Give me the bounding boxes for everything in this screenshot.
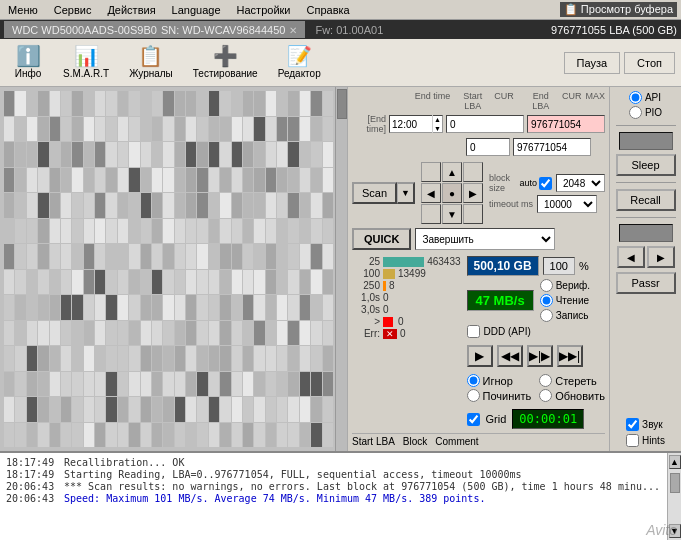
sound-checkbox-label[interactable]: Звук (626, 418, 665, 431)
arrow-left[interactable]: ◀ (421, 183, 441, 203)
end-lba-input-2[interactable] (513, 138, 591, 156)
scan-button[interactable]: Scan (352, 182, 397, 204)
pio-radio-label[interactable]: PIO (629, 106, 662, 119)
fast-fwd-button[interactable]: ▶▶| (557, 345, 583, 367)
back-button[interactable]: ◀◀ (497, 345, 523, 367)
block-cell (266, 423, 276, 448)
scan-dropdown-btn[interactable]: Scan ▼ (352, 182, 415, 204)
verif-radio-label[interactable]: Вериф. (540, 279, 590, 292)
time-spinner[interactable]: ▲ ▼ (432, 115, 442, 133)
arrow-right[interactable]: ▶ (463, 183, 483, 203)
block-cell (106, 168, 116, 193)
menu-item-help[interactable]: Справка (303, 3, 354, 17)
block-cell (4, 91, 14, 116)
block-size-select[interactable]: 2048 (556, 174, 605, 192)
block-cell (288, 270, 298, 295)
log-scroll-thumb[interactable] (670, 473, 680, 493)
hints-checkbox[interactable] (626, 434, 639, 447)
sound-checkbox[interactable] (626, 418, 639, 431)
read-radio[interactable] (540, 294, 553, 307)
block-cell (311, 321, 321, 346)
stat-row-25: 25 463433 (352, 256, 461, 267)
play-button[interactable]: ▶ (467, 345, 493, 367)
toolbar-editor-btn[interactable]: 📝 Редактор (271, 43, 328, 82)
hints-checkbox-label[interactable]: Hints (626, 434, 665, 447)
pause-button[interactable]: Пауза (564, 52, 621, 74)
time-input-container[interactable]: ▲ ▼ (389, 115, 443, 133)
grid-checkbox[interactable] (467, 413, 480, 426)
preview-buf-btn[interactable]: 📋 Просмотр буфера (560, 2, 677, 17)
ignore-radio-label[interactable]: Игнор (467, 374, 532, 387)
menu-item-actions[interactable]: Действия (103, 3, 159, 17)
close-tab-icon[interactable]: ✕ (289, 25, 297, 36)
log-line-1: 18:17:49 Recallibration... OK (6, 457, 661, 468)
api-radio[interactable] (629, 91, 642, 104)
drive-tab[interactable]: WDC WD5000AADS-00S9B0 SN: WD-WCAV9684445… (4, 21, 305, 38)
cur-lba-input[interactable] (466, 138, 510, 156)
update-radio[interactable] (539, 389, 552, 402)
quick-button[interactable]: QUICK (352, 228, 411, 250)
erase-radio[interactable] (539, 374, 552, 387)
read-radio-label[interactable]: Чтение (540, 294, 590, 307)
block-cell (129, 168, 139, 193)
timeout-select[interactable]: 10000 (537, 195, 597, 213)
ddd-checkbox[interactable] (467, 325, 480, 338)
finish-select[interactable]: Завершить (415, 228, 555, 250)
passr-button[interactable]: Passr (616, 272, 676, 294)
block-cell (95, 117, 105, 142)
arrow-upright[interactable] (463, 162, 483, 182)
pio-radio[interactable] (629, 106, 642, 119)
verif-radio[interactable] (540, 279, 553, 292)
test-icon: ➕ (213, 46, 238, 66)
write-radio[interactable] (540, 309, 553, 322)
block-cell (186, 423, 196, 448)
start-lba-input-1[interactable] (446, 115, 524, 133)
block-cell (197, 219, 207, 244)
update-radio-label[interactable]: Обновить (539, 389, 605, 402)
scan-dropdown-icon[interactable]: ▼ (397, 182, 415, 204)
menu-item-menu[interactable]: Меню (4, 3, 42, 17)
repair-radio[interactable] (467, 389, 480, 402)
menu-item-service[interactable]: Сервис (50, 3, 96, 17)
toolbar-info-btn[interactable]: ℹ️ Инфо (6, 43, 50, 82)
log-scroll-up-icon[interactable]: ▲ (669, 455, 681, 469)
arrow-downright[interactable] (463, 204, 483, 224)
ignore-radio[interactable] (467, 374, 480, 387)
recall-button[interactable]: Recall (616, 189, 676, 211)
toolbar-test-btn[interactable]: ➕ Тестирование (186, 43, 265, 82)
block-cell (27, 372, 37, 397)
block-cell (129, 321, 139, 346)
time-down-icon[interactable]: ▼ (433, 124, 442, 133)
arrow-upleft[interactable] (421, 162, 441, 182)
mini-btn-left[interactable]: ◀ (617, 246, 645, 268)
block-cell (72, 321, 82, 346)
block-cell (106, 346, 116, 371)
step-fwd-button[interactable]: ▶|▶ (527, 345, 553, 367)
block-cell (232, 372, 242, 397)
repair-radio-label[interactable]: Починить (467, 389, 532, 402)
scrollbar-thumb[interactable] (337, 89, 347, 119)
arrow-center[interactable]: ● (442, 183, 462, 203)
menu-item-language[interactable]: Language (168, 3, 225, 17)
erase-radio-label[interactable]: Стереть (539, 374, 605, 387)
toolbar-journal-btn[interactable]: 📋 Журналы (122, 43, 180, 82)
end-lba-input-1[interactable] (527, 115, 605, 133)
arrow-up[interactable]: ▲ (442, 162, 462, 182)
block-cell (106, 219, 116, 244)
auto-checkbox[interactable] (539, 177, 552, 190)
time-input[interactable] (390, 119, 432, 130)
mini-btn-right[interactable]: ▶ (647, 246, 675, 268)
arrow-down[interactable]: ▼ (442, 204, 462, 224)
sleep-button[interactable]: Sleep (616, 154, 676, 176)
toolbar-smart-btn[interactable]: 📊 S.M.A.R.T (56, 43, 116, 82)
arrow-downleft[interactable] (421, 204, 441, 224)
write-radio-label[interactable]: Запись (540, 309, 590, 322)
menu-item-settings[interactable]: Настройки (233, 3, 295, 17)
smart-icon: 📊 (74, 46, 99, 66)
block-cell (95, 244, 105, 269)
time-up-icon[interactable]: ▲ (433, 115, 442, 124)
stop-button[interactable]: Стоп (624, 52, 675, 74)
blockmap-scrollbar[interactable] (335, 87, 347, 451)
api-radio-label[interactable]: API (629, 91, 662, 104)
block-cell (152, 117, 162, 142)
